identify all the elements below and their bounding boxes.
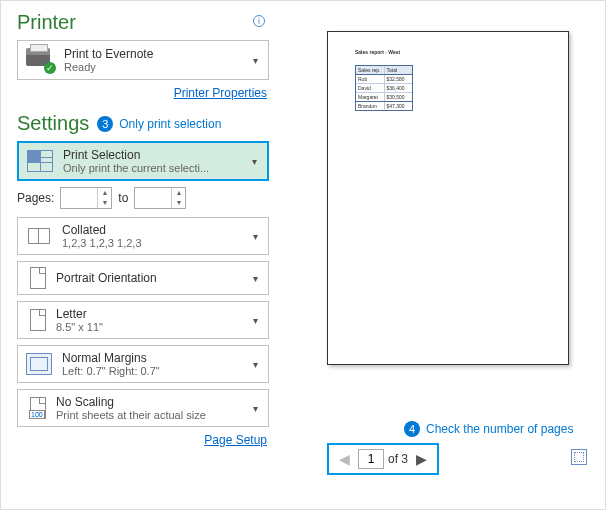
spin-down-icon[interactable]: ▼ [172,198,185,208]
spin-down-icon[interactable]: ▼ [98,198,111,208]
settings-section-title: Settings [17,112,89,135]
preview-table: Sales rep. Total Rob$32,580 David$36,400… [355,65,413,111]
pages-from-input[interactable]: ▲▼ [60,187,112,209]
printer-section-title: Printer [17,11,269,34]
page-setup-link[interactable]: Page Setup [204,433,267,447]
print-area-select[interactable]: Print Selection Only print the current s… [17,141,269,181]
chevron-down-icon: ▾ [253,315,258,326]
orientation-select[interactable]: Portrait Orientation ▾ [17,261,269,295]
collation-select[interactable]: Collated 1,2,3 1,2,3 1,2,3 ▾ [17,217,269,255]
pages-to-label: to [118,191,128,205]
step-4-badge: 4 [404,421,420,437]
chevron-down-icon: ▾ [253,359,258,370]
print-preview: Sales report - West Sales rep. Total Rob… [327,31,569,365]
margins-select[interactable]: Normal Margins Left: 0.7" Right: 0.7" ▾ [17,345,269,383]
pages-label: Pages: [17,191,54,205]
info-icon[interactable]: i [253,15,265,27]
page-icon [30,309,46,331]
orientation-title: Portrait Orientation [56,271,157,285]
pages-to-input[interactable]: ▲▼ [134,187,186,209]
chevron-down-icon: ▾ [252,156,257,167]
paper-title: Letter [56,307,103,321]
collation-sub: 1,2,3 1,2,3 1,2,3 [62,237,142,249]
print-area-title: Print Selection [63,148,209,162]
collation-title: Collated [62,223,142,237]
scaling-title: No Scaling [56,395,206,409]
printer-name: Print to Evernote [64,47,153,61]
margins-title: Normal Margins [62,351,160,365]
scaling-icon: 100 [30,397,46,419]
margins-sub: Left: 0.7" Right: 0.7" [62,365,160,377]
page-total-label: of 3 [388,452,408,466]
portrait-icon [30,267,46,289]
chevron-down-icon: ▾ [253,55,258,66]
paper-sub: 8.5" x 11" [56,321,103,333]
chevron-down-icon: ▾ [253,403,258,414]
step-4-annotation: Check the number of pages [426,422,573,436]
next-page-button[interactable]: ▶ [412,451,431,467]
print-area-sub: Only print the current selecti... [63,162,209,174]
margins-icon [26,353,52,375]
chevron-down-icon: ▾ [253,273,258,284]
prev-page-button[interactable]: ◀ [335,451,354,467]
page-navigation: ◀ of 3 ▶ [327,443,439,475]
preview-doc-title: Sales report - West [355,49,400,55]
show-margins-button[interactable] [571,449,587,465]
printer-status: Ready [64,61,153,73]
current-page-input[interactable] [358,449,384,469]
paper-size-select[interactable]: Letter 8.5" x 11" ▾ [17,301,269,339]
spin-up-icon[interactable]: ▲ [172,188,185,198]
printer-select[interactable]: ✓ Print to Evernote Ready ▾ [17,40,269,80]
selection-grid-icon [27,150,53,172]
chevron-down-icon: ▾ [253,231,258,242]
printer-icon: ✓ [26,48,54,72]
step-3-badge: 3 [97,116,113,132]
spin-up-icon[interactable]: ▲ [98,188,111,198]
scaling-sub: Print sheets at their actual size [56,409,206,421]
scaling-select[interactable]: 100 No Scaling Print sheets at their act… [17,389,269,427]
step-3-annotation: Only print selection [119,117,221,131]
printer-properties-link[interactable]: Printer Properties [174,86,267,100]
collated-icon [26,225,52,247]
